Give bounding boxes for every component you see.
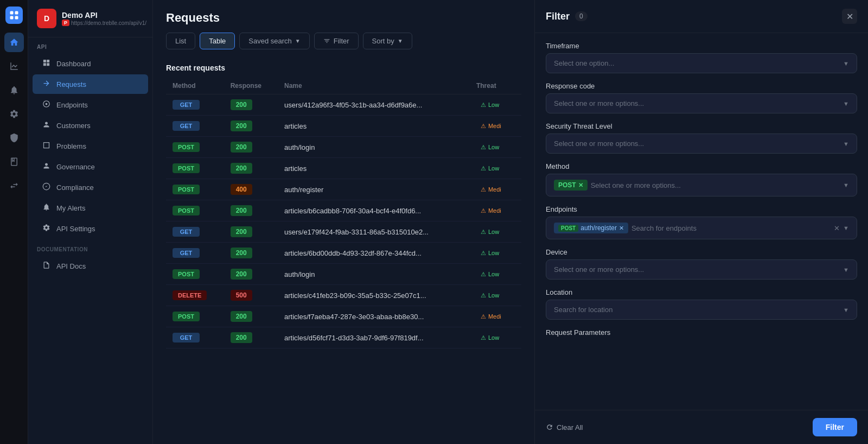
swap-icon[interactable] [4,176,24,195]
filter-icon [323,37,330,45]
app-logo[interactable] [5,7,23,24]
sidebar-label-requests: Requests [56,80,86,88]
saved-search-chevron-icon: ▼ [295,38,301,44]
table-row[interactable]: POST 200 auth/login ⚠Low [166,137,521,158]
sidebar-item-requests[interactable]: Requests [33,74,148,94]
sidebar-item-dashboard[interactable]: Dashboard [33,54,148,73]
request-name: auth/login [278,264,470,285]
requests-table: Method Response Name Threat GET 200 user… [166,78,521,348]
device-field: Device Select one or more options... ▼ [546,248,857,280]
filter-button[interactable]: Filter [314,33,359,49]
filter-label: Filter [334,37,349,45]
security-threat-select[interactable]: Select one or more options... ▼ [546,134,857,154]
sidebar-item-problems[interactable]: Problems [33,136,148,156]
response-code-placeholder: Select one or more options... [554,99,644,107]
threat-badge: ⚠Low [476,333,503,343]
threat-badge: ⚠Low [476,269,503,280]
list-view-button[interactable]: List [166,33,195,49]
sidebar-label-api-docs: API Docs [56,262,86,270]
method-badge: GET [173,100,200,110]
table-section: Recent requests Method Response Name Thr… [153,57,534,444]
home-icon[interactable] [4,33,24,52]
sidebar-item-alerts[interactable]: My Alerts [33,198,148,218]
method-label: Method [546,162,857,170]
method-badge: POST [173,312,200,321]
sidebar-label-dashboard: Dashboard [56,60,91,68]
response-badge: 200 [231,120,252,131]
toolbar: List Table Saved search ▼ Filter Sort by… [153,25,534,57]
api-url: https://demo.treblle.com/api/v1/ [71,20,146,26]
analytics-icon[interactable] [4,56,24,76]
governance-icon [41,162,51,172]
page-title: Requests [166,11,220,25]
filter-title-row: Filter 0 [546,11,588,22]
security-threat-placeholder: Select one or more options... [554,139,644,148]
method-tag-label: POST [558,181,576,189]
table-row[interactable]: POST 200 articles/f7aeba47-287e-3e03-aba… [166,306,521,327]
sidebar-label-alerts: My Alerts [56,204,85,212]
table-row[interactable]: POST 200 auth/login ⚠Low [166,264,521,285]
sidebar-item-api-docs[interactable]: API Docs [33,256,148,276]
table-row[interactable]: GET 200 users/412a96f3-4f05-3c1b-aa34-d6… [166,94,521,116]
threat-badge: ⚠Low [476,227,503,237]
table-row[interactable]: DELETE 500 articles/c41feb23-b09c-35a5-b… [166,285,521,306]
request-name: articles/c41feb23-b09c-35a5-b33c-25e07c1… [278,285,470,306]
response-badge: 200 [231,226,252,237]
sidebar-item-compliance[interactable]: Compliance [33,177,148,197]
location-select[interactable]: Search for location ▼ [546,300,857,320]
sort-by-button[interactable]: Sort by ▼ [363,33,412,49]
location-label: Location [546,288,857,296]
threat-badge: ⚠Medi [476,121,506,131]
request-name: articles/6bd00ddb-4d93-32df-867e-344fcd.… [278,243,470,264]
filter-apply-button[interactable]: Filter [813,418,857,436]
table-row[interactable]: POST 400 auth/register ⚠Medi [166,179,521,200]
sidebar-item-governance[interactable]: Governance [33,157,148,176]
response-badge: 200 [231,332,252,343]
response-code-label: Response code [546,82,857,90]
sidebar-item-endpoints[interactable]: Endpoints [33,95,148,115]
response-badge: 400 [231,184,252,195]
timeframe-select[interactable]: Select one option... ▼ [546,53,857,73]
shield-icon[interactable] [4,128,24,148]
page-header: Requests [153,0,534,25]
threat-icon: ⚠ [481,102,486,109]
endpoints-dropdown-icon: ▼ [843,225,849,231]
table-row[interactable]: GET 200 users/e179f424-f9ab-3311-86a5-b3… [166,221,521,243]
method-badge: POST [173,206,200,215]
security-threat-field: Security Threat Level Select one or more… [546,122,857,154]
response-code-select[interactable]: Select one or more options... ▼ [546,93,857,113]
clear-all-button[interactable]: Clear All [546,423,583,432]
device-select[interactable]: Select one or more options... ▼ [546,259,857,280]
customers-icon [41,120,51,130]
bell-icon[interactable] [4,80,24,100]
book-icon[interactable] [4,152,24,172]
table-row[interactable]: POST 200 articles/b6cadbb8-706f-30a4-bcf… [166,200,521,221]
endpoints-select[interactable]: POST auth/register ✕ Search for endpoint… [546,217,857,239]
threat-icon: ⚠ [481,207,486,214]
threat-icon: ⚠ [481,229,486,236]
table-row[interactable]: GET 200 articles/6bd00ddb-4d93-32df-867e… [166,243,521,264]
saved-search-button[interactable]: Saved search ▼ [239,33,309,49]
endpoints-clear-icon[interactable]: ✕ [834,224,840,232]
sidebar-item-api-settings[interactable]: API Settings [33,219,148,238]
sidebar-label-problems: Problems [56,142,86,150]
table-row[interactable]: GET 200 articles/d56fcf71-d3d3-3ab7-9df6… [166,327,521,348]
request-name: articles/b6cadbb8-706f-30a4-bcf4-e4f0fd6… [278,200,470,221]
api-selector[interactable]: D Demo API P https://demo.treblle.com/ap… [28,9,152,37]
security-threat-label: Security Threat Level [546,122,857,130]
filter-close-button[interactable]: ✕ [842,9,857,24]
method-select[interactable]: POST ✕ Select one or more options... ▼ [546,174,857,196]
sidebar-item-customers[interactable]: Customers [33,116,148,135]
endpoint-tag: POST auth/register ✕ [554,223,628,233]
endpoint-tag-close-icon[interactable]: ✕ [619,225,624,232]
threat-icon: ⚠ [481,144,486,151]
table-view-button[interactable]: Table [200,33,235,49]
method-tag-close-icon[interactable]: ✕ [578,182,583,189]
response-badge: 200 [231,99,252,110]
settings-cog-icon[interactable] [4,104,24,124]
api-settings-icon [41,224,51,233]
table-row[interactable]: POST 200 articles ⚠Low [166,158,521,179]
api-info: Demo API P https://demo.treblle.com/api/… [62,11,146,26]
svg-rect-2 [10,16,13,20]
table-row[interactable]: GET 200 articles ⚠Medi [166,116,521,137]
